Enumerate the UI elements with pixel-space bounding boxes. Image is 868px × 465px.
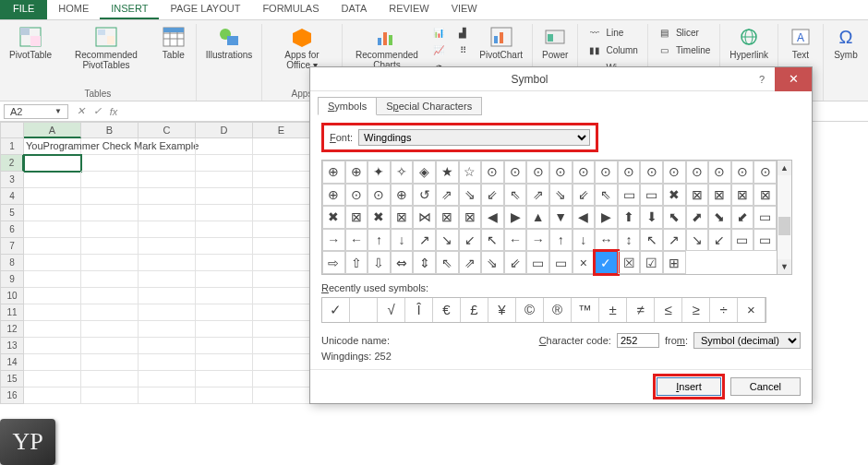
tab-data[interactable]: DATA <box>331 0 379 19</box>
tab-symbols[interactable]: Symbols <box>318 97 377 115</box>
row-header-6[interactable]: 6 <box>0 221 24 238</box>
character-code-input[interactable] <box>617 333 659 348</box>
cell-c11[interactable] <box>139 304 196 321</box>
row-header-8[interactable]: 8 <box>0 255 24 271</box>
row-header-9[interactable]: 9 <box>0 271 24 288</box>
symbol-cell[interactable]: ✖ <box>368 206 391 229</box>
cell-c9[interactable] <box>139 271 196 288</box>
cell-b1[interactable] <box>81 138 139 155</box>
symbol-cell[interactable]: ⊙ <box>640 161 663 184</box>
cell-c14[interactable] <box>139 354 196 371</box>
cell-d10[interactable] <box>196 288 253 304</box>
cell-d7[interactable] <box>196 238 253 255</box>
row-header-2[interactable]: 2 <box>0 155 24 172</box>
cell-b15[interactable] <box>81 371 139 388</box>
symbol-cell[interactable]: ▼ <box>549 206 573 229</box>
cell-e6[interactable] <box>253 221 310 238</box>
cell-b16[interactable] <box>81 388 139 404</box>
row-header-3[interactable]: 3 <box>0 172 24 188</box>
illustrations-button[interactable]: Illustrations <box>204 24 255 62</box>
symbol-cell[interactable]: → <box>526 229 549 252</box>
symbol-cell[interactable]: ⊙ <box>481 161 504 184</box>
sparkline-line-button[interactable]: 〰Line <box>585 24 639 41</box>
cell-d13[interactable] <box>196 338 253 354</box>
cell-b8[interactable] <box>81 255 139 271</box>
symbol-cell[interactable]: ↕ <box>618 229 641 252</box>
symbol-cell[interactable]: ⇖ <box>595 184 618 207</box>
symbol-cell[interactable]: ↑ <box>549 229 573 252</box>
symbol-cell[interactable]: ⇨ <box>322 251 345 274</box>
tab-view[interactable]: VIEW <box>440 0 488 19</box>
cell-e9[interactable] <box>253 271 310 288</box>
cell-b3[interactable] <box>81 172 139 188</box>
cell-e8[interactable] <box>253 255 310 271</box>
cell-a1[interactable]: YouProgrammer Check Mark Example <box>24 138 81 155</box>
symbol-cell[interactable]: ↑ <box>368 229 391 252</box>
column-header-b[interactable]: B <box>81 122 139 138</box>
recent-symbol[interactable]: ® <box>544 298 572 322</box>
select-all-corner[interactable] <box>0 122 24 138</box>
symbol-cell[interactable]: ⇔ <box>391 251 414 274</box>
symbol-cell[interactable]: ⬊ <box>708 206 731 229</box>
font-select[interactable]: Wingdings <box>358 129 590 146</box>
column-header-a[interactable]: A <box>24 122 81 138</box>
cell-e1[interactable] <box>253 138 310 155</box>
cell-e2[interactable] <box>253 155 310 172</box>
cell-c16[interactable] <box>139 388 196 404</box>
symbol-cell[interactable]: ↔ <box>595 229 618 252</box>
symbol-cell[interactable]: ▲ <box>526 206 549 229</box>
symbol-cell[interactable]: ▶ <box>595 206 618 229</box>
cell-d8[interactable] <box>196 255 253 271</box>
cell-d3[interactable] <box>196 172 253 188</box>
recent-symbol[interactable]: × <box>738 298 766 322</box>
tab-review[interactable]: REVIEW <box>378 0 440 19</box>
cell-c4[interactable] <box>139 188 196 205</box>
symbol-cell[interactable]: ↺ <box>413 184 436 207</box>
recommended-charts-button[interactable]: Recommended Charts <box>350 24 425 72</box>
symbol-cell[interactable]: ⊙ <box>731 161 754 184</box>
name-box[interactable]: A2▼ <box>4 104 68 119</box>
cell-e5[interactable] <box>253 205 310 221</box>
symbol-cell[interactable]: ⬇ <box>640 206 663 229</box>
from-select[interactable]: Symbol (decimal) <box>693 332 801 349</box>
cell-d2[interactable] <box>196 155 253 172</box>
text-button[interactable]: A Text <box>786 24 815 62</box>
row-header-15[interactable]: 15 <box>0 371 24 388</box>
chart-type-4[interactable]: ▟ <box>453 24 472 41</box>
recent-symbol[interactable]: Î <box>405 298 433 322</box>
symbol-cell[interactable]: ↘ <box>686 229 709 252</box>
cell-c2[interactable] <box>139 155 196 172</box>
slicer-button[interactable]: ▤Slicer <box>656 24 712 41</box>
symbol-cell[interactable]: ⊙ <box>618 161 641 184</box>
recent-symbol[interactable]: ± <box>599 298 627 322</box>
cell-d5[interactable] <box>196 205 253 221</box>
symbol-cell[interactable]: ◈ <box>413 161 436 184</box>
symbol-cell[interactable]: ⊙ <box>708 161 731 184</box>
symbol-cell[interactable]: ⇙ <box>573 184 596 207</box>
power-button[interactable]: Power <box>540 24 570 62</box>
cell-c7[interactable] <box>139 238 196 255</box>
symbol-cell[interactable]: ⇖ <box>504 184 527 207</box>
symbol-cell[interactable]: ◀ <box>481 206 504 229</box>
cell-b12[interactable] <box>81 321 139 338</box>
recent-symbol[interactable]: ¥ <box>488 298 516 322</box>
symbol-cell[interactable]: ⇙ <box>504 251 527 274</box>
symbol-cell[interactable]: ⇙ <box>481 184 504 207</box>
column-header-e[interactable]: E <box>253 122 310 138</box>
cell-e10[interactable] <box>253 288 310 304</box>
symbol-cell[interactable]: ⬉ <box>663 206 686 229</box>
recent-symbol[interactable]: © <box>516 298 544 322</box>
cell-d9[interactable] <box>196 271 253 288</box>
hyperlink-button[interactable]: Hyperlink <box>728 24 770 62</box>
insert-button[interactable]: Insert <box>657 377 721 396</box>
symbol-cell[interactable]: ⬆ <box>618 206 641 229</box>
symbol-cell[interactable]: ⬋ <box>731 206 754 229</box>
symbol-cell[interactable]: ⊙ <box>686 161 709 184</box>
symbol-cell[interactable]: ▭ <box>549 251 573 274</box>
cell-a3[interactable] <box>24 172 81 188</box>
cell-e3[interactable] <box>253 172 310 188</box>
symbol-cell[interactable]: ⊙ <box>549 161 573 184</box>
row-header-12[interactable]: 12 <box>0 321 24 338</box>
cell-a10[interactable] <box>24 288 81 304</box>
symbol-cell[interactable]: ☒ <box>618 251 641 274</box>
